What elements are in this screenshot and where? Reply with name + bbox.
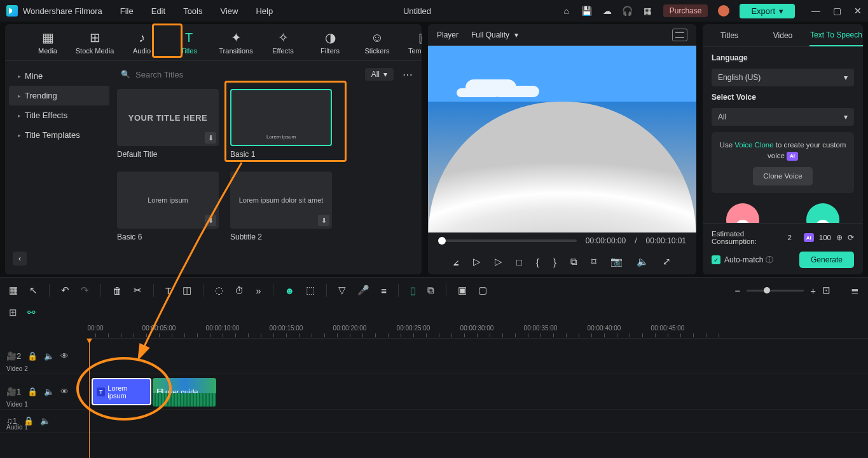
clone-voice-button[interactable]: Clone Voice	[753, 167, 812, 185]
menu-tools[interactable]: Tools	[183, 6, 202, 16]
undo-button[interactable]: ↶	[61, 285, 69, 296]
support-icon[interactable]: 🎧	[623, 6, 633, 16]
more-tools-icon[interactable]: »	[256, 285, 261, 296]
cloud-icon[interactable]: ☁	[602, 6, 612, 16]
generate-button[interactable]: Generate	[799, 252, 854, 268]
maximize-button[interactable]: ▢	[833, 6, 841, 16]
voice-jason[interactable]: Jason	[793, 203, 853, 223]
stop-button[interactable]: □	[516, 257, 522, 267]
zoom-fit-button[interactable]: ⊡	[822, 285, 830, 296]
tab-tts[interactable]: Text To Speech	[809, 24, 863, 46]
save-icon[interactable]: 💾	[582, 6, 592, 16]
camera-icon[interactable]: 📷	[610, 256, 623, 267]
media-tab-media[interactable]: ▦Media	[24, 28, 71, 60]
display-icon[interactable]: ⌑	[591, 256, 596, 267]
device-icon[interactable]: ⌂	[561, 6, 572, 16]
title-thumbnail[interactable]: YOUR TITLE HERE⬇	[117, 89, 219, 146]
sidebar-item-mine[interactable]: Mine	[9, 66, 109, 86]
track-lane[interactable]: Lorem ipsum🎞 user guide	[89, 374, 868, 409]
track-control-icon[interactable]: 🔒	[27, 351, 38, 361]
link-icon[interactable]: ⧉	[427, 285, 434, 296]
voice-clone-link[interactable]: Voice Clone	[734, 141, 773, 149]
snapshot-icon[interactable]	[672, 29, 687, 41]
ratio-icon[interactable]: ⧉	[570, 256, 577, 267]
language-select[interactable]: English (US) ▾	[712, 69, 854, 86]
user-avatar[interactable]	[718, 5, 729, 17]
cut-button[interactable]: ✂	[134, 285, 142, 296]
track-control-icon[interactable]: 👁	[60, 351, 69, 361]
voice-jenny[interactable]: Jenny	[713, 203, 773, 223]
magnet-icon[interactable]: ⌷	[410, 285, 416, 296]
media-tab-filters[interactable]: ◑Filters	[307, 28, 354, 60]
timer-icon[interactable]: ⏱	[235, 285, 244, 296]
track-control-icon[interactable]: 🎥2	[6, 351, 21, 361]
mixer-icon[interactable]: ≡	[381, 285, 387, 296]
play-button[interactable]: ▷	[473, 256, 481, 267]
ai-tool-icon[interactable]: ☻	[285, 285, 295, 296]
add-track-icon[interactable]: ⊞	[9, 307, 17, 318]
track-control-icon[interactable]: 🔈	[40, 416, 50, 426]
mark-out-button[interactable]: }	[553, 257, 556, 267]
download-icon[interactable]: ⬇	[205, 132, 216, 144]
prev-frame-button[interactable]: ⦤	[453, 256, 459, 267]
track-control-icon[interactable]: 🎥1	[6, 387, 21, 396]
sidebar-back-button[interactable]: ‹	[13, 252, 27, 266]
play2-button[interactable]: ▷	[495, 256, 502, 267]
sidebar-item-trending[interactable]: Trending	[9, 86, 109, 105]
mark-in-button[interactable]: {	[536, 257, 539, 267]
delete-button[interactable]: 🗑	[113, 285, 122, 296]
link-tracks-icon[interactable]: ⚯	[27, 307, 36, 318]
purchase-button[interactable]: Purchase	[663, 4, 708, 17]
add-credits-icon[interactable]: ⊕	[836, 233, 843, 242]
title-thumbnail[interactable]: Lorem ipsum	[230, 89, 332, 146]
sq2-icon[interactable]: ▢	[478, 285, 487, 296]
speed-icon[interactable]: ◌	[215, 285, 223, 296]
volume-icon[interactable]: 🔈	[637, 256, 649, 267]
search-input[interactable]	[135, 70, 355, 79]
minimize-button[interactable]: —	[811, 6, 820, 16]
tab-video[interactable]: Video	[756, 24, 809, 46]
menu-file[interactable]: File	[120, 6, 134, 16]
preview-viewport[interactable]	[428, 46, 696, 232]
auto-match-checkbox[interactable]: ✓Auto-match ⓘ	[712, 255, 773, 266]
filter-dropdown[interactable]: All ▾	[365, 68, 394, 81]
marker-icon[interactable]: ▽	[338, 285, 346, 296]
layout-icon[interactable]: ▦	[9, 285, 18, 296]
quality-dropdown[interactable]: Full Quality ▾	[471, 30, 518, 39]
title-thumbnail[interactable]: Lorem ipsum⬇	[117, 172, 219, 229]
zoom-in-button[interactable]: +	[810, 285, 816, 296]
title-thumbnail[interactable]: Lorem ipsum dolor sit amet⬇	[230, 172, 332, 229]
voice-filter-select[interactable]: All ▾	[712, 108, 854, 126]
sq1-icon[interactable]: ▣	[458, 285, 467, 296]
preview-scrubber[interactable]	[438, 239, 577, 242]
media-tab-transitions[interactable]: ✦Transitions	[212, 28, 259, 60]
menu-edit[interactable]: Edit	[151, 6, 165, 16]
media-tab-effects[interactable]: ✧Effects	[259, 28, 307, 60]
tab-titles[interactable]: Titles	[703, 24, 756, 46]
media-tab-templates[interactable]: ▣Templates	[401, 28, 422, 60]
mic-icon[interactable]: 🎤	[357, 285, 369, 296]
close-button[interactable]: ✕	[854, 6, 862, 16]
redo-button[interactable]: ↷	[81, 285, 89, 296]
export-button[interactable]: Export▾	[740, 4, 795, 18]
media-tab-stickers[interactable]: ☺Stickers	[354, 28, 401, 60]
track-lane[interactable]	[89, 339, 868, 374]
download-icon[interactable]: ⬇	[318, 215, 329, 226]
track-control-icon[interactable]: 🔒	[27, 387, 38, 396]
zoom-slider[interactable]	[747, 290, 804, 292]
apps-icon[interactable]: ▦	[643, 6, 653, 16]
sidebar-item-title-templates[interactable]: Title Templates	[9, 125, 109, 145]
track-control-icon[interactable]: 🔈	[44, 387, 54, 396]
media-tab-stock[interactable]: ⊞Stock Media	[71, 28, 118, 60]
select-icon[interactable]: ⬚	[306, 285, 315, 296]
media-tab-audio[interactable]: ♪Audio	[118, 28, 165, 60]
track-lane[interactable]	[89, 410, 868, 432]
pointer-icon[interactable]: ↖	[29, 285, 38, 296]
menu-view[interactable]: View	[220, 6, 238, 16]
fullscreen-icon[interactable]: ⤢	[663, 256, 671, 267]
sidebar-item-title-effects[interactable]: Title Effects	[9, 105, 109, 125]
list-view-icon[interactable]: ≣	[851, 285, 859, 296]
timeline-clip-title[interactable]: Lorem ipsum	[92, 378, 151, 405]
crop-icon[interactable]: ◫	[183, 285, 191, 296]
zoom-out-button[interactable]: −	[734, 285, 740, 296]
